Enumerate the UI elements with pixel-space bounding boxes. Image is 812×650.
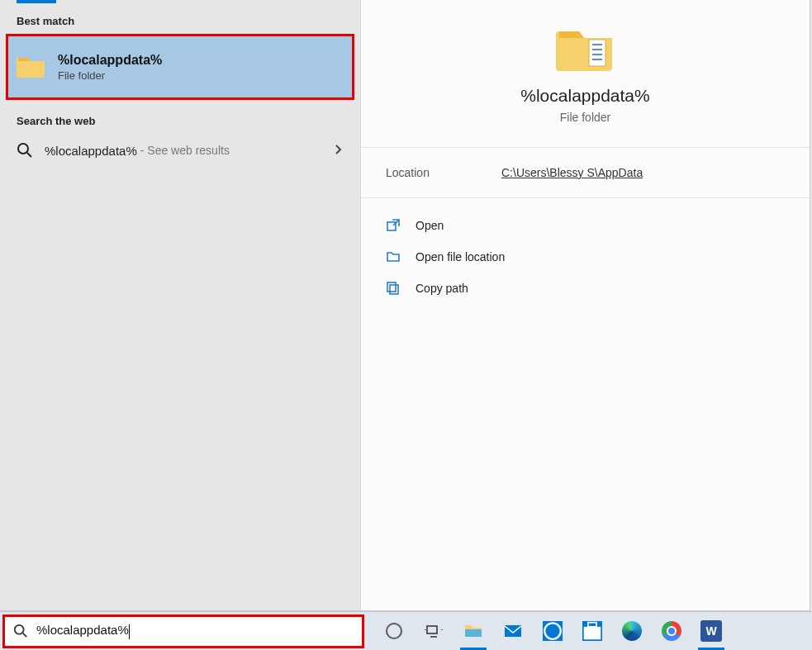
- results-pane: Best match %localappdata% File folder Se…: [0, 0, 361, 610]
- edge-icon: [622, 621, 642, 641]
- svg-rect-18: [505, 625, 521, 637]
- preview-pane: %localappdata% File folder Location C:\U…: [361, 0, 810, 610]
- best-match-subtitle: File folder: [58, 69, 162, 82]
- file-explorer-icon: [463, 621, 483, 641]
- svg-point-0: [18, 144, 28, 154]
- copy-path-action[interactable]: Copy path: [386, 273, 785, 304]
- web-result-query: %localappdata%: [45, 144, 137, 158]
- chevron-right-icon: [334, 143, 344, 158]
- best-match-title: %localappdata%: [58, 53, 162, 68]
- taskbar-search-box[interactable]: %localappdata%: [2, 614, 364, 648]
- preview-actions: Open Open file location Copy path: [361, 198, 810, 316]
- preview-title: %localappdata%: [378, 86, 793, 106]
- location-row: Location C:\Users\Blessy S\AppData: [361, 148, 810, 198]
- search-web-header: Search the web: [0, 100, 360, 134]
- copy-icon: [386, 281, 401, 296]
- taskbar-pinned-apps: W: [374, 612, 731, 650]
- folder-icon: [17, 55, 46, 79]
- task-view-button[interactable]: [414, 612, 453, 650]
- best-match-header: Best match: [0, 5, 360, 34]
- open-label: Open: [415, 219, 444, 232]
- edge-button[interactable]: [612, 612, 652, 650]
- best-match-result[interactable]: %localappdata% File folder: [6, 34, 354, 100]
- location-label: Location: [386, 166, 501, 179]
- open-file-location-label: Open file location: [415, 250, 505, 263]
- best-match-text: %localappdata% File folder: [58, 53, 162, 82]
- search-icon: [13, 624, 28, 638]
- search-icon: [17, 142, 33, 159]
- store-button[interactable]: [572, 612, 612, 650]
- svg-rect-14: [427, 626, 437, 633]
- file-explorer-button[interactable]: [453, 612, 493, 650]
- svg-line-12: [23, 633, 27, 638]
- folder-icon: [556, 25, 615, 74]
- location-path-link[interactable]: C:\Users\Blessy S\AppData: [501, 166, 643, 179]
- chrome-icon: [662, 621, 681, 641]
- dell-icon: [543, 621, 563, 641]
- store-icon: [582, 621, 602, 641]
- svg-rect-2: [589, 40, 605, 66]
- svg-point-19: [544, 623, 561, 639]
- svg-point-13: [387, 624, 401, 638]
- svg-point-11: [15, 625, 24, 634]
- open-action[interactable]: Open: [386, 210, 785, 241]
- folder-location-icon: [386, 249, 401, 264]
- windows-search-flyout: Best match %localappdata% File folder Se…: [0, 0, 810, 611]
- preview-header: %localappdata% File folder: [361, 0, 810, 148]
- preview-subtitle: File folder: [378, 111, 793, 124]
- web-result[interactable]: %localappdata% - See web results: [0, 134, 360, 167]
- open-file-location-action[interactable]: Open file location: [386, 241, 785, 273]
- mail-button[interactable]: [493, 612, 533, 650]
- dell-app-button[interactable]: [533, 612, 572, 650]
- mail-icon: [503, 621, 523, 641]
- active-tab-indicator: [17, 0, 56, 3]
- task-view-icon: [424, 621, 444, 641]
- search-input[interactable]: %localappdata%: [36, 623, 354, 638]
- taskbar: %localappdata%: [0, 611, 812, 650]
- svg-rect-9: [390, 285, 398, 294]
- svg-line-1: [27, 153, 31, 157]
- word-icon: W: [700, 620, 722, 642]
- svg-rect-20: [584, 627, 601, 639]
- chrome-button[interactable]: [652, 612, 691, 650]
- cortana-icon: [384, 621, 404, 641]
- cortana-button[interactable]: [374, 612, 414, 650]
- svg-rect-10: [387, 282, 396, 292]
- open-icon: [386, 218, 401, 233]
- svg-rect-21: [588, 623, 596, 627]
- web-result-suffix: - See web results: [140, 144, 230, 157]
- copy-path-label: Copy path: [415, 282, 468, 295]
- word-button[interactable]: W: [691, 612, 731, 650]
- text-caret: [129, 624, 130, 639]
